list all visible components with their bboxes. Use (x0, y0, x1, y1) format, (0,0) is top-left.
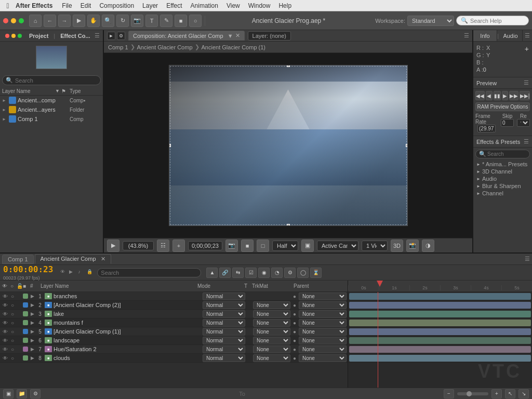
layer-parent-select[interactable]: None (299, 319, 347, 327)
comp-tab-main[interactable]: Composition: Ancient Glacier Comp ▼ ✕ (128, 31, 245, 41)
layer-visibility-btn[interactable]: 👁 (1, 302, 9, 308)
breadcrumb-item-3[interactable]: Ancient Glacier Comp (1) (202, 44, 266, 50)
layer-link-icon[interactable]: ● (290, 311, 299, 317)
layer-mode-select[interactable]: NormalMultiplyScreenAdd (203, 319, 245, 327)
layer-link-icon[interactable]: ● (290, 302, 299, 308)
settings-btn[interactable]: ⚙ (30, 389, 41, 398)
layer-row[interactable]: 👁 ○ ▶ 7 ■ Hue/Saturation 2 NormalMultipl… (0, 345, 348, 354)
layer-row[interactable]: 👁 ○ ▶ 3 ■ lake NormalMultiplyScreenAdd N… (0, 310, 348, 318)
effects-category-item[interactable]: ►* Anima... Presets (475, 161, 530, 168)
close-window-btn[interactable] (3, 18, 8, 23)
project-item[interactable]: ► Ancient...comp Comp▪ (0, 96, 103, 105)
jump-end-btn[interactable]: ↘ (518, 389, 529, 398)
comp-btn-9[interactable]: ⌛ (310, 268, 322, 278)
info-tab[interactable]: Info (473, 30, 497, 41)
layer-visibility-btn[interactable]: 👁 (1, 294, 9, 299)
toolbar-back-btn[interactable]: ← (44, 15, 56, 27)
menu-composition[interactable]: Composition (95, 0, 138, 11)
comp-btn-3[interactable]: ⇆ (232, 268, 244, 278)
info-plus-btn[interactable]: + (525, 45, 529, 53)
project-item[interactable]: ► Ancient...ayers Folder (0, 105, 103, 114)
preview-play-btn[interactable]: ▶ (502, 91, 509, 100)
preview-stop-btn[interactable]: ▮▮ (494, 91, 501, 100)
layer-expand-btn[interactable]: ▶ (29, 347, 35, 352)
zoom-display[interactable]: (43.8%) (123, 241, 154, 250)
menu-animation[interactable]: Animation (187, 0, 222, 11)
preview-prev-btn[interactable]: ◀ (486, 91, 493, 100)
zoom-in-btn[interactable]: + (491, 389, 502, 398)
layer-row[interactable]: 👁 ○ ▶ 4 ■ mountains f NormalMultiplyScre… (0, 318, 348, 327)
timeline-tab-comp1[interactable]: Comp 1 (2, 255, 34, 264)
layer-trkmat-select[interactable]: None (253, 328, 290, 336)
comp-btn-2[interactable]: 🔗 (219, 268, 231, 278)
new-folder-btn[interactable]: 📁 (17, 389, 27, 398)
menu-window[interactable]: Window (244, 0, 275, 11)
layer-parent-select[interactable]: None (299, 345, 347, 353)
layer-solo-btn[interactable]: ○ (9, 294, 16, 299)
preview-last-btn[interactable]: ▶▶| (520, 91, 530, 100)
quality-select[interactable]: Half Full Third Quarter (272, 241, 298, 251)
3d-renderer-btn[interactable]: 3D (391, 240, 403, 252)
layer-link-icon[interactable]: ● (290, 355, 299, 361)
comp-btn-1[interactable]: ▲ (206, 268, 218, 278)
preview-first-btn[interactable]: ◀◀ (475, 91, 485, 100)
color-mode-btn[interactable]: ■ (241, 240, 254, 252)
breadcrumb-item-1[interactable]: Comp 1 (108, 44, 128, 50)
comp-btn-5[interactable]: ◉ (258, 268, 270, 278)
layer-link-icon[interactable]: ● (290, 338, 299, 343)
effects-menu-btn[interactable]: ☰ (524, 138, 529, 145)
zoom-slider[interactable] (457, 392, 488, 395)
effects-category-item[interactable]: ►Blur & Sharpen (475, 182, 530, 190)
menu-view[interactable]: View (222, 0, 244, 11)
comp-bottom-icon-btn[interactable]: ▶ (107, 240, 119, 252)
frame-rate-input[interactable] (477, 125, 496, 132)
ram-preview-btn[interactable]: RAM Preview Options (475, 102, 530, 111)
breadcrumb-item-2[interactable]: Ancient Glacier Comp (137, 44, 193, 50)
comp-panel-menu-btn[interactable]: ☰ (464, 32, 469, 39)
handle-top[interactable] (287, 65, 290, 67)
preview-menu-btn[interactable]: ☰ (524, 79, 529, 86)
panel-max-btn[interactable] (18, 34, 22, 38)
guide-btn[interactable]: + (172, 240, 185, 252)
layer-row[interactable]: 👁 ○ ▶ 5 ■ [Ancient Glacier Comp (1)] Nor… (0, 327, 348, 336)
layer-solo-btn[interactable]: ○ (9, 302, 16, 308)
handle-bottom[interactable] (287, 224, 290, 225)
layer-expand-btn[interactable]: ▶ (29, 355, 35, 361)
layer-trkmat-select[interactable]: None (253, 337, 290, 344)
lock-icon[interactable]: 🔒 (87, 269, 94, 276)
comp-menu-icon[interactable]: ▼ (228, 33, 233, 39)
layer-row[interactable]: 👁 ○ ▶ 2 ■ [Ancient Glacier Comp (2)] Nor… (0, 301, 348, 310)
audio-tab[interactable]: Audio (499, 30, 523, 41)
layer-expand-btn[interactable]: ▶ (29, 311, 35, 316)
composition-viewport[interactable] (104, 53, 472, 238)
layer-parent-select[interactable]: None (299, 337, 347, 344)
toolbar-camera-btn[interactable]: 📷 (131, 15, 143, 27)
timeline-tab-close[interactable]: ✕ (101, 256, 105, 262)
grid-btn[interactable]: ☷ (157, 240, 169, 252)
layer-trkmat-select[interactable]: None (253, 301, 290, 309)
toolbar-hand-btn[interactable]: ✋ (87, 15, 100, 27)
timeline-search-input[interactable] (101, 270, 197, 276)
layer-row[interactable]: 👁 ○ ▶ 1 ■ branches NormalMultiplyScreenA… (0, 292, 348, 301)
layer-visibility-btn[interactable]: 👁 (1, 311, 9, 317)
layer-trkmat-select[interactable]: None (253, 345, 290, 353)
menu-layer[interactable]: Layer (138, 0, 162, 11)
comp-settings-btn[interactable]: ⚙ (117, 32, 125, 40)
layer-visibility-btn[interactable]: 👁 (1, 320, 9, 326)
menu-file[interactable]: File (58, 0, 76, 11)
layer-solo-btn[interactable]: ○ (9, 329, 16, 335)
transparency-btn[interactable]: □ (257, 240, 269, 252)
zoom-thumb[interactable] (467, 391, 472, 396)
panel-close-btn[interactable] (5, 34, 9, 38)
timeline-bar[interactable] (349, 320, 531, 326)
preview-next-btn[interactable]: ▶▶ (509, 91, 518, 100)
layer-solo-btn[interactable]: ○ (9, 320, 16, 326)
timeline-bar[interactable] (349, 293, 531, 300)
toolbar-zoom-btn[interactable]: 🔍 (102, 15, 114, 27)
timeline-bar[interactable] (349, 355, 531, 362)
layer-solo-btn[interactable]: ○ (9, 347, 16, 352)
comp-btn-7[interactable]: ⚙ (284, 268, 296, 278)
toolbar-home-btn[interactable]: ⌂ (29, 15, 42, 27)
minimize-window-btn[interactable] (11, 18, 16, 23)
info-panel-menu[interactable]: ☰ (523, 30, 532, 41)
